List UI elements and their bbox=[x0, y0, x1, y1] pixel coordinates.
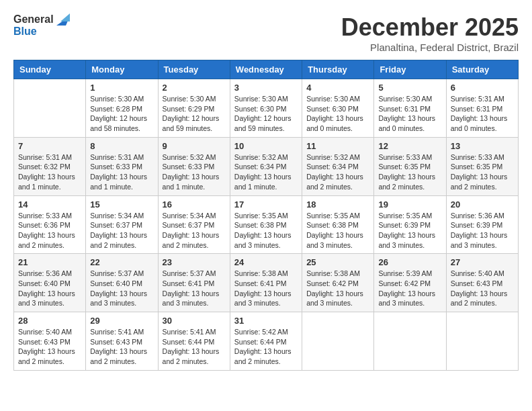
calendar-cell: 26Sunrise: 5:39 AM Sunset: 6:42 PM Dayli… bbox=[374, 254, 446, 312]
calendar-cell bbox=[446, 312, 518, 371]
day-info: Sunrise: 5:40 AM Sunset: 6:43 PM Dayligh… bbox=[451, 269, 514, 308]
day-header-friday: Friday bbox=[374, 60, 446, 79]
day-info: Sunrise: 5:31 AM Sunset: 6:31 PM Dayligh… bbox=[451, 94, 514, 134]
day-number: 30 bbox=[163, 316, 226, 326]
day-header-wednesday: Wednesday bbox=[230, 60, 302, 79]
calendar-cell: 30Sunrise: 5:41 AM Sunset: 6:44 PM Dayli… bbox=[158, 312, 230, 371]
day-number: 23 bbox=[163, 257, 226, 267]
day-info: Sunrise: 5:40 AM Sunset: 6:43 PM Dayligh… bbox=[18, 327, 81, 367]
day-number: 21 bbox=[18, 257, 81, 267]
calendar-cell: 23Sunrise: 5:37 AM Sunset: 6:41 PM Dayli… bbox=[158, 254, 230, 312]
day-info: Sunrise: 5:33 AM Sunset: 6:36 PM Dayligh… bbox=[18, 211, 81, 250]
day-number: 24 bbox=[234, 257, 298, 267]
calendar-cell: 8Sunrise: 5:31 AM Sunset: 6:33 PM Daylig… bbox=[86, 137, 158, 195]
calendar-week-4: 21Sunrise: 5:36 AM Sunset: 6:40 PM Dayli… bbox=[14, 254, 519, 312]
day-header-saturday: Saturday bbox=[446, 60, 518, 79]
day-number: 22 bbox=[90, 257, 153, 267]
day-number: 9 bbox=[163, 141, 226, 151]
day-number: 18 bbox=[306, 199, 369, 210]
day-number: 12 bbox=[378, 141, 441, 151]
day-info: Sunrise: 5:42 AM Sunset: 6:44 PM Dayligh… bbox=[234, 327, 298, 367]
logo: GeneralBlue bbox=[13, 13, 70, 38]
day-info: Sunrise: 5:36 AM Sunset: 6:40 PM Dayligh… bbox=[18, 269, 81, 308]
day-number: 11 bbox=[306, 141, 369, 151]
day-info: Sunrise: 5:34 AM Sunset: 6:37 PM Dayligh… bbox=[90, 211, 153, 250]
day-info: Sunrise: 5:41 AM Sunset: 6:44 PM Dayligh… bbox=[163, 327, 226, 367]
day-info: Sunrise: 5:30 AM Sunset: 6:29 PM Dayligh… bbox=[163, 94, 226, 134]
calendar-cell: 20Sunrise: 5:36 AM Sunset: 6:39 PM Dayli… bbox=[446, 195, 518, 254]
day-info: Sunrise: 5:31 AM Sunset: 6:33 PM Dayligh… bbox=[90, 152, 153, 192]
calendar-table: SundayMondayTuesdayWednesdayThursdayFrid… bbox=[13, 60, 519, 371]
day-info: Sunrise: 5:37 AM Sunset: 6:40 PM Dayligh… bbox=[90, 269, 153, 308]
calendar-cell: 28Sunrise: 5:40 AM Sunset: 6:43 PM Dayli… bbox=[14, 312, 86, 371]
day-info: Sunrise: 5:39 AM Sunset: 6:42 PM Dayligh… bbox=[378, 269, 441, 308]
day-info: Sunrise: 5:31 AM Sunset: 6:32 PM Dayligh… bbox=[18, 152, 81, 192]
calendar-cell: 21Sunrise: 5:36 AM Sunset: 6:40 PM Dayli… bbox=[14, 254, 86, 312]
day-number: 5 bbox=[378, 83, 441, 93]
day-header-thursday: Thursday bbox=[302, 60, 374, 79]
calendar-cell: 29Sunrise: 5:41 AM Sunset: 6:43 PM Dayli… bbox=[86, 312, 158, 371]
logo-blue: Blue bbox=[13, 26, 54, 38]
calendar-cell: 12Sunrise: 5:33 AM Sunset: 6:35 PM Dayli… bbox=[374, 137, 446, 195]
day-info: Sunrise: 5:30 AM Sunset: 6:30 PM Dayligh… bbox=[234, 94, 298, 134]
day-header-tuesday: Tuesday bbox=[158, 60, 230, 79]
day-info: Sunrise: 5:38 AM Sunset: 6:41 PM Dayligh… bbox=[234, 269, 298, 308]
calendar-cell: 3Sunrise: 5:30 AM Sunset: 6:30 PM Daylig… bbox=[230, 79, 302, 138]
title-area: December 2025 Planaltina, Federal Distri… bbox=[341, 13, 519, 53]
calendar-cell: 9Sunrise: 5:32 AM Sunset: 6:33 PM Daylig… bbox=[158, 137, 230, 195]
day-info: Sunrise: 5:33 AM Sunset: 6:35 PM Dayligh… bbox=[378, 152, 441, 192]
logo-general: General bbox=[13, 13, 54, 26]
calendar-cell: 15Sunrise: 5:34 AM Sunset: 6:37 PM Dayli… bbox=[86, 195, 158, 254]
day-info: Sunrise: 5:35 AM Sunset: 6:38 PM Dayligh… bbox=[306, 211, 369, 250]
day-number: 16 bbox=[163, 199, 226, 210]
logo-bird-icon bbox=[54, 13, 70, 38]
calendar-cell: 16Sunrise: 5:34 AM Sunset: 6:37 PM Dayli… bbox=[158, 195, 230, 254]
day-info: Sunrise: 5:32 AM Sunset: 6:34 PM Dayligh… bbox=[306, 152, 369, 192]
day-number: 13 bbox=[451, 141, 514, 151]
day-info: Sunrise: 5:35 AM Sunset: 6:39 PM Dayligh… bbox=[378, 211, 441, 250]
location: Planaltina, Federal District, Brazil bbox=[341, 42, 519, 53]
day-info: Sunrise: 5:41 AM Sunset: 6:43 PM Dayligh… bbox=[90, 327, 153, 367]
calendar-cell: 6Sunrise: 5:31 AM Sunset: 6:31 PM Daylig… bbox=[446, 79, 518, 138]
day-info: Sunrise: 5:34 AM Sunset: 6:37 PM Dayligh… bbox=[163, 211, 226, 250]
calendar-cell: 1Sunrise: 5:30 AM Sunset: 6:28 PM Daylig… bbox=[86, 79, 158, 138]
day-number: 1 bbox=[90, 83, 153, 93]
calendar-cell: 27Sunrise: 5:40 AM Sunset: 6:43 PM Dayli… bbox=[446, 254, 518, 312]
calendar-cell: 5Sunrise: 5:30 AM Sunset: 6:31 PM Daylig… bbox=[374, 79, 446, 138]
calendar-cell bbox=[14, 79, 86, 138]
calendar-cell bbox=[374, 312, 446, 371]
calendar-cell: 19Sunrise: 5:35 AM Sunset: 6:39 PM Dayli… bbox=[374, 195, 446, 254]
calendar-cell: 2Sunrise: 5:30 AM Sunset: 6:29 PM Daylig… bbox=[158, 79, 230, 138]
day-number: 8 bbox=[90, 141, 153, 151]
day-number: 28 bbox=[18, 316, 81, 326]
day-info: Sunrise: 5:30 AM Sunset: 6:31 PM Dayligh… bbox=[378, 94, 441, 134]
calendar-week-1: 1Sunrise: 5:30 AM Sunset: 6:28 PM Daylig… bbox=[14, 79, 519, 138]
day-number: 25 bbox=[306, 257, 369, 267]
day-number: 6 bbox=[451, 83, 514, 93]
day-number: 14 bbox=[18, 199, 81, 210]
calendar-cell: 11Sunrise: 5:32 AM Sunset: 6:34 PM Dayli… bbox=[302, 137, 374, 195]
page-header: GeneralBlue December 2025 Planaltina, Fe… bbox=[13, 13, 519, 53]
day-header-sunday: Sunday bbox=[14, 60, 86, 79]
calendar-week-2: 7Sunrise: 5:31 AM Sunset: 6:32 PM Daylig… bbox=[14, 137, 519, 195]
calendar-cell: 25Sunrise: 5:38 AM Sunset: 6:42 PM Dayli… bbox=[302, 254, 374, 312]
day-info: Sunrise: 5:30 AM Sunset: 6:30 PM Dayligh… bbox=[306, 94, 369, 134]
day-info: Sunrise: 5:36 AM Sunset: 6:39 PM Dayligh… bbox=[451, 211, 514, 250]
day-number: 17 bbox=[234, 199, 298, 210]
svg-marker-1 bbox=[60, 13, 70, 21]
day-number: 2 bbox=[163, 83, 226, 93]
day-number: 4 bbox=[306, 83, 369, 93]
calendar-cell bbox=[302, 312, 374, 371]
day-info: Sunrise: 5:30 AM Sunset: 6:28 PM Dayligh… bbox=[90, 94, 153, 134]
calendar-cell: 18Sunrise: 5:35 AM Sunset: 6:38 PM Dayli… bbox=[302, 195, 374, 254]
calendar-header-row: SundayMondayTuesdayWednesdayThursdayFrid… bbox=[14, 60, 519, 79]
day-info: Sunrise: 5:32 AM Sunset: 6:33 PM Dayligh… bbox=[163, 152, 226, 192]
calendar-cell: 7Sunrise: 5:31 AM Sunset: 6:32 PM Daylig… bbox=[14, 137, 86, 195]
calendar-week-5: 28Sunrise: 5:40 AM Sunset: 6:43 PM Dayli… bbox=[14, 312, 519, 371]
calendar-cell: 22Sunrise: 5:37 AM Sunset: 6:40 PM Dayli… bbox=[86, 254, 158, 312]
day-number: 29 bbox=[90, 316, 153, 326]
calendar-cell: 10Sunrise: 5:32 AM Sunset: 6:34 PM Dayli… bbox=[230, 137, 302, 195]
day-number: 31 bbox=[234, 316, 298, 326]
day-number: 3 bbox=[234, 83, 298, 93]
day-info: Sunrise: 5:38 AM Sunset: 6:42 PM Dayligh… bbox=[306, 269, 369, 308]
